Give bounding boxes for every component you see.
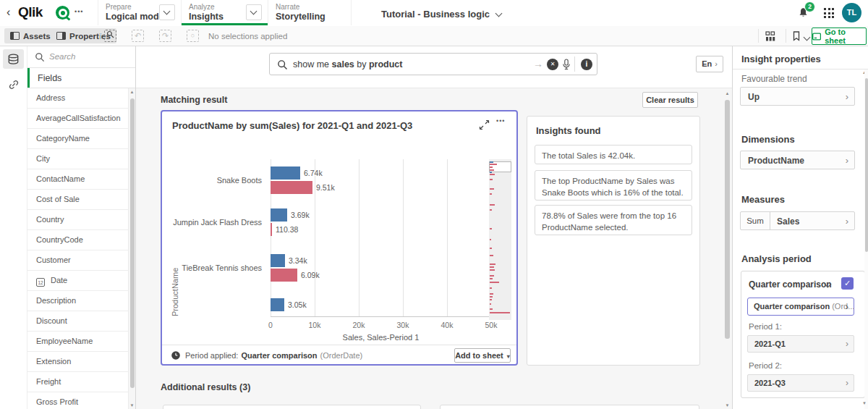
insight-search-input[interactable]: show me sales by product → ✕ i [269,53,597,75]
field-item-countrycode[interactable]: CountryCode [27,230,128,250]
scrollbar-thumb[interactable] [725,100,730,339]
submit-arrow-icon[interactable]: → [533,58,543,69]
go-to-sheet-button[interactable]: Go to sheet [812,28,867,45]
bar[interactable] [271,208,287,222]
bar[interactable] [271,223,272,236]
minimap-bar [490,169,494,171]
field-item-extension[interactable]: Extension [27,352,128,372]
bookmark-dropdown-icon[interactable] [804,34,811,41]
period-type-label[interactable]: Quarter comparison [749,279,832,290]
measure-button[interactable]: Sum Sales › [740,211,855,230]
additional-result-card[interactable] [440,405,699,409]
top-bar: ‹ Qlik ••• Prepare Logical model Analyze… [0,0,868,27]
tab-prepare[interactable]: Prepare Logical model [98,0,182,25]
chart-plot-area[interactable]: 6.74k9.51k3.69k110.383.34k6.09k3.05k [271,159,491,317]
bar-value-label: 6.09k [301,271,320,279]
qlik-logo[interactable]: Qlik [18,4,43,20]
period1-button[interactable]: 2021-Q1 › [747,335,854,353]
scroll-down-icon[interactable]: ▼ [129,403,135,408]
tab-dropdown-button[interactable] [159,4,175,20]
insight-item[interactable]: The top ProductName by Sales was Snake B… [535,170,692,201]
bar[interactable] [271,298,284,311]
selections-tool-icon[interactable] [104,30,116,42]
divider [758,29,759,43]
chart-card[interactable]: ProductName by sum(Sales) for 2021-Q1 an… [161,110,518,366]
sidebar-scrollbar[interactable]: ▲ ▼ [128,88,135,409]
bar[interactable] [271,181,312,194]
field-item-contactname[interactable]: ContactName [27,169,128,190]
app-launcher-icon[interactable] [824,8,834,18]
field-item-date[interactable]: 12Date [27,271,128,291]
field-label: Description [36,296,76,305]
clear-results-button[interactable]: Clear results [642,92,698,108]
scroll-up-icon[interactable]: ▲ [129,90,135,94]
more-menu-icon[interactable]: ••• [75,8,83,15]
app-objects-icon[interactable] [765,31,776,44]
category-label: Snake Boots [217,176,262,185]
scrollbar-thumb[interactable] [865,78,868,252]
dimension-button[interactable]: ProductName › [740,151,855,169]
scrollbar-thumb[interactable] [130,98,135,388]
x-tick-label: 30k [397,321,409,329]
panel-scrollbar[interactable] [864,69,868,409]
assets-button[interactable]: Assets [4,28,56,43]
period-calendar-button[interactable]: Quarter comparison (Ord... › [747,298,854,316]
measure-aggregation[interactable]: Sum [741,212,770,229]
data-fields-rail-button[interactable] [3,49,24,69]
info-icon[interactable]: i [581,59,592,70]
field-item-gross-profit[interactable]: Gross Profit [27,392,128,409]
tab-analyze[interactable]: Analyze Insights [181,0,268,25]
chart-minimap[interactable] [489,159,511,320]
sidebar-search-input[interactable]: Search [27,46,135,68]
minimap-bar [490,308,493,310]
measures-label: Measures [741,194,785,205]
add-to-sheet-button[interactable]: Add to sheet▾ [454,348,511,363]
field-item-employeename[interactable]: EmployeeName [27,332,128,352]
field-item-address[interactable]: Address [27,88,128,109]
insight-item[interactable]: The total Sales is 42.04k. [535,145,692,164]
redo-selection-icon[interactable]: ↷ [159,30,171,42]
bar[interactable] [271,269,297,282]
field-item-averagecallsatisfaction[interactable]: AverageCallSatisfaction [27,109,128,129]
main-scrollbar[interactable]: ▲ ▼ [723,90,731,409]
field-item-cost-of-sale[interactable]: Cost of Sale [27,190,128,210]
favourable-trend-button[interactable]: Up › [740,87,855,106]
analysis-period-checkbox[interactable]: ✓ [841,277,854,290]
clear-query-icon[interactable]: ✕ [547,59,558,70]
language-button[interactable]: En› [696,56,723,72]
microphone-icon[interactable] [562,59,571,74]
avatar[interactable]: TL [842,3,861,22]
minimap-bar [490,161,493,163]
undo-selection-icon[interactable]: ↶ [132,30,144,42]
fields-section-header[interactable]: Fields [27,68,135,88]
tab-narrate[interactable]: Narrate Storytelling [268,0,352,25]
field-item-discount[interactable]: Discount [27,311,128,332]
bar[interactable] [271,166,300,180]
tab-dropdown-button[interactable] [246,4,262,20]
bookmark-icon[interactable] [791,30,801,45]
x-tick-label: 40k [441,321,454,329]
scroll-up-icon[interactable]: ▲ [723,91,731,96]
expand-icon[interactable] [479,119,490,133]
period1-value: 2021-Q1 [754,340,786,348]
field-item-description[interactable]: Description [27,291,128,311]
scroll-down-icon[interactable]: ▼ [862,401,867,405]
insight-item[interactable]: 78.8% of Sales were from the top 16 Prod… [535,205,692,235]
field-item-freight[interactable]: Freight [27,372,128,392]
minimap-bar [490,193,492,195]
chevron-right-icon: › [846,216,848,227]
additional-result-card[interactable] [163,405,421,409]
field-item-customer[interactable]: Customer [27,250,128,271]
period2-button[interactable]: 2021-Q3 › [747,374,854,392]
chart-menu-icon[interactable]: ••• [496,117,505,125]
clear-selections-icon[interactable]: ○ [187,30,199,42]
period2-value: 2021-Q3 [754,379,786,387]
field-item-country[interactable]: Country [27,210,128,230]
bar[interactable] [271,254,285,267]
link-rail-button[interactable] [8,79,20,93]
field-item-categoryname[interactable]: CategoryName [27,129,128,149]
app-title-menu[interactable]: Tutorial - Business logic [381,7,501,20]
field-item-city[interactable]: City [27,149,128,169]
back-icon[interactable]: ‹ [7,6,10,19]
scroll-down-icon[interactable]: ▼ [723,403,731,408]
